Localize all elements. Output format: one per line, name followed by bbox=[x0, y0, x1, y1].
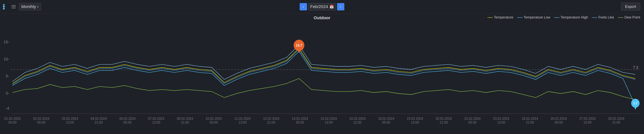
svg-text:05:00: 05:00 bbox=[555, 120, 563, 124]
svg-text:12.02.2024: 12.02.2024 bbox=[263, 116, 280, 120]
svg-text:05:00: 05:00 bbox=[37, 120, 46, 124]
dew-point-line bbox=[12, 79, 636, 100]
dew-point-legend-line bbox=[618, 17, 623, 18]
svg-text:13:00: 13:00 bbox=[584, 120, 592, 124]
svg-text:27.02.2024: 27.02.2024 bbox=[580, 116, 596, 120]
next-date-button[interactable]: › bbox=[337, 3, 344, 10]
svg-text:24.02.2024: 24.02.2024 bbox=[522, 116, 538, 120]
svg-text:1.7: 1.7 bbox=[634, 102, 638, 105]
svg-text:06.02.2024: 06.02.2024 bbox=[120, 116, 136, 120]
chart-area: Outdoor Temperature Temperature Low Temp… bbox=[0, 14, 644, 134]
svg-text:21:00: 21:00 bbox=[267, 120, 276, 124]
temperature-legend-line bbox=[488, 17, 493, 18]
svg-text:10.02.2024: 10.02.2024 bbox=[206, 116, 222, 120]
svg-text:08.02.2024: 08.02.2024 bbox=[177, 116, 193, 120]
svg-text:00:00: 00:00 bbox=[8, 120, 17, 124]
temperature-high-legend-line bbox=[554, 17, 560, 18]
svg-text:02.02.2024: 02.02.2024 bbox=[33, 116, 50, 120]
svg-text:07.02.2024: 07.02.2024 bbox=[148, 116, 164, 120]
svg-text:21:00: 21:00 bbox=[181, 120, 189, 124]
svg-text:21:00: 21:00 bbox=[440, 120, 448, 124]
chevron-down-icon: ▾ bbox=[37, 5, 38, 8]
legend-item-temperature-low: Temperature Low bbox=[517, 15, 550, 19]
svg-text:21:00: 21:00 bbox=[526, 120, 534, 124]
svg-text:15-: 15- bbox=[4, 39, 9, 44]
svg-text:-4: -4 bbox=[6, 106, 9, 110]
svg-text:19.02.2024: 19.02.2024 bbox=[407, 116, 423, 120]
svg-text:05:00: 05:00 bbox=[210, 120, 218, 124]
svg-text:0-: 0- bbox=[6, 91, 9, 95]
date-navigation: ‹ Feb/2024 📅 › bbox=[300, 3, 344, 10]
svg-text:18.02.2024: 18.02.2024 bbox=[378, 116, 394, 120]
svg-text:26.02.2024: 26.02.2024 bbox=[551, 116, 567, 120]
svg-text:7.3: 7.3 bbox=[633, 65, 638, 70]
svg-text:05:00: 05:00 bbox=[382, 120, 390, 124]
legend-item-temperature-high: Temperature High bbox=[554, 15, 588, 19]
svg-text:21:00: 21:00 bbox=[612, 120, 620, 124]
svg-text:05:00: 05:00 bbox=[124, 120, 132, 124]
svg-text:01.02.2024: 01.02.2024 bbox=[4, 116, 21, 120]
feels-like-line bbox=[12, 49, 636, 85]
tooltip-low-pin bbox=[634, 107, 636, 110]
temperature-low-legend-line bbox=[517, 17, 522, 18]
feels-like-legend-label: Feels Like bbox=[598, 15, 614, 19]
svg-text:03.02.2024: 03.02.2024 bbox=[62, 116, 78, 120]
svg-text:13:00: 13:00 bbox=[238, 120, 247, 124]
svg-text:13:00: 13:00 bbox=[66, 120, 74, 124]
legend-item-feels-like: Feels Like bbox=[592, 15, 614, 19]
header-left: Monthly ▾ bbox=[3, 3, 41, 11]
svg-text:20.02.2024: 20.02.2024 bbox=[436, 116, 452, 120]
svg-text:13:00: 13:00 bbox=[325, 120, 333, 124]
menu-icon[interactable] bbox=[12, 5, 16, 8]
svg-text:23.02.2024: 23.02.2024 bbox=[493, 116, 510, 120]
svg-text:14.02.2024: 14.02.2024 bbox=[292, 116, 308, 120]
feels-like-legend-line bbox=[592, 17, 597, 18]
svg-text:28.02.2024: 28.02.2024 bbox=[608, 116, 624, 120]
svg-text:10-: 10- bbox=[4, 57, 9, 61]
svg-text:13:00: 13:00 bbox=[497, 120, 506, 124]
monthly-selector[interactable]: Monthly ▾ bbox=[19, 3, 41, 11]
svg-text:21:00: 21:00 bbox=[95, 120, 103, 124]
prev-date-button[interactable]: ‹ bbox=[300, 3, 307, 10]
temperature-low-legend-label: Temperature Low bbox=[524, 15, 550, 19]
dew-point-legend-label: Dew Point bbox=[624, 15, 640, 19]
svg-text:16.02.2024: 16.02.2024 bbox=[350, 116, 366, 120]
svg-text:5-: 5- bbox=[6, 74, 9, 78]
legend-item-temperature: Temperature bbox=[488, 15, 513, 19]
svg-text:22.02.2024: 22.02.2024 bbox=[464, 116, 481, 120]
svg-text:13:00: 13:00 bbox=[152, 120, 160, 124]
temperature-legend-label: Temperature bbox=[494, 15, 513, 19]
svg-text:15.7: 15.7 bbox=[296, 43, 302, 47]
export-button[interactable]: Export bbox=[621, 3, 640, 11]
svg-text:15.02.2024: 15.02.2024 bbox=[321, 116, 337, 120]
calendar-icon: 📅 bbox=[330, 5, 334, 9]
header: Monthly ▾ ‹ Feb/2024 📅 › Export bbox=[0, 0, 644, 14]
temperature-line bbox=[12, 48, 636, 84]
date-input-wrap[interactable]: Feb/2024 📅 bbox=[308, 3, 336, 10]
svg-text:21:00: 21:00 bbox=[354, 120, 362, 124]
temperature-high-legend-label: Temperature High bbox=[560, 15, 588, 19]
chart-bar-icon[interactable] bbox=[3, 4, 8, 10]
legend-item-dew-point: Dew Point bbox=[618, 15, 640, 19]
svg-text:05:00: 05:00 bbox=[296, 120, 304, 124]
svg-text:13:00: 13:00 bbox=[411, 120, 419, 124]
svg-text:11.02.2024: 11.02.2024 bbox=[234, 116, 251, 120]
chart-svg: 15- 10- 5- 0- -4 7.3 01.02.2024 00:00 02… bbox=[0, 21, 644, 134]
date-value: Feb/2024 bbox=[310, 4, 328, 9]
svg-text:04.02.2024: 04.02.2024 bbox=[91, 116, 107, 120]
legend: Temperature Temperature Low Temperature … bbox=[488, 15, 640, 19]
svg-text:05:00: 05:00 bbox=[468, 120, 477, 124]
temperature-low-line bbox=[12, 51, 636, 106]
monthly-label: Monthly bbox=[21, 4, 36, 9]
